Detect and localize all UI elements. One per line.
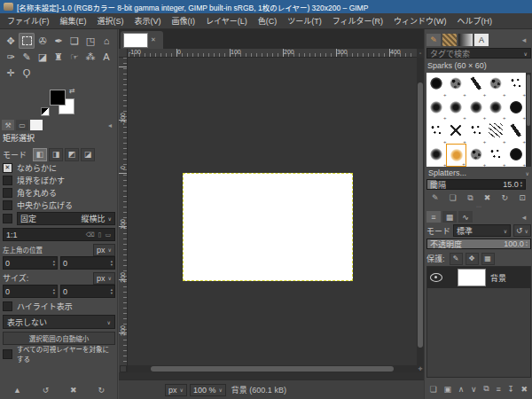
- rectangle-select-tool[interactable]: [19, 33, 35, 49]
- layer-thumbnail[interactable]: [458, 269, 486, 286]
- merge-layer-icon[interactable]: ≡: [496, 385, 500, 394]
- paths-tool[interactable]: ✒: [51, 33, 66, 49]
- fg-color-icon[interactable]: [30, 120, 43, 130]
- menu-help[interactable]: ヘルプ(H): [452, 13, 498, 28]
- menu-filters[interactable]: フィルター(R): [327, 13, 388, 28]
- lock-position-icon[interactable]: ✥: [466, 253, 479, 265]
- brush-grid-scrollbar[interactable]: [526, 73, 531, 167]
- brush-thumbnail[interactable]: [466, 120, 486, 144]
- channels-icon[interactable]: ▦: [442, 211, 457, 223]
- position-y-spinner[interactable]: 0 ▴▾: [60, 256, 115, 270]
- clear-icon[interactable]: ⌫: [86, 231, 96, 238]
- lower-layer-icon[interactable]: ∨: [471, 385, 477, 394]
- dock-arrow-icon[interactable]: ◂: [517, 211, 531, 223]
- brush-thumbnail[interactable]: [486, 144, 505, 168]
- duplicate-brush-icon[interactable]: ⧉: [467, 193, 473, 203]
- clone-tool[interactable]: ♜: [51, 49, 66, 65]
- horizontal-ruler[interactable]: -1000100200300400: [128, 49, 417, 58]
- brushes-icon[interactable]: ✎: [426, 34, 441, 46]
- brush-thumbnail[interactable]: [426, 97, 446, 121]
- navigation-icon[interactable]: ✛: [417, 365, 424, 372]
- anchor-layer-icon[interactable]: ↧: [507, 385, 514, 394]
- open-brush-as-image-icon[interactable]: ⊡: [519, 193, 526, 202]
- quick-mask-toggle[interactable]: [120, 365, 127, 372]
- guides-dropdown[interactable]: 表示しない ∨: [3, 315, 115, 329]
- dock-resize-handle[interactable]: ⋯: [425, 205, 532, 208]
- refresh-brushes-icon[interactable]: ↻: [502, 193, 509, 202]
- fonts-icon[interactable]: A: [474, 34, 489, 46]
- menu-image[interactable]: 画像(I): [167, 13, 201, 28]
- antialiasing-checkbox[interactable]: ✕: [3, 163, 12, 173]
- sample-merged-checkbox[interactable]: [3, 349, 12, 359]
- brush-thumbnail[interactable]: [486, 97, 505, 121]
- delete-brush-icon[interactable]: ✖: [484, 193, 491, 202]
- patterns-icon[interactable]: [442, 34, 457, 46]
- spacing-slider[interactable]: 間隔 15.0 ▴▾: [426, 179, 526, 190]
- title-bar[interactable]: [名称未設定]-1.0 (RGBカラー 8-bit gamma integer,…: [0, 0, 532, 13]
- mode-replace-icon[interactable]: ◧: [33, 148, 47, 161]
- transform-tool[interactable]: ◳: [82, 33, 98, 49]
- tag-filter-input[interactable]: タグで検索 ∨: [426, 48, 531, 59]
- delete-layer-icon[interactable]: ✖: [521, 385, 528, 394]
- brush-thumbnail[interactable]: [506, 73, 526, 97]
- brush-thumbnail[interactable]: [426, 73, 446, 97]
- brush-list-footer[interactable]: Splatters... ∨: [426, 168, 531, 178]
- rounded-corners-checkbox[interactable]: [3, 188, 12, 198]
- zoom-follow-toggle-icon[interactable]: ▫: [417, 49, 424, 58]
- device-status-icon[interactable]: ▭: [16, 120, 28, 130]
- airbrush-tool[interactable]: ⁂: [82, 49, 98, 65]
- duplicate-layer-icon[interactable]: ⧉: [483, 384, 489, 394]
- pencil-tool[interactable]: ✎: [19, 49, 35, 65]
- mode-group-switch[interactable]: ↺ ∨: [513, 224, 531, 237]
- menu-select[interactable]: 選択(S): [92, 13, 129, 28]
- save-tool-preset-icon[interactable]: ▲: [13, 386, 21, 395]
- brush-thumbnail[interactable]: [506, 97, 526, 121]
- ink-tool[interactable]: ✑: [3, 49, 19, 65]
- tool-options-icon[interactable]: ⚒: [2, 120, 14, 130]
- mode-subtract-icon[interactable]: ◩: [65, 148, 79, 161]
- size-unit-dropdown[interactable]: px ∨: [93, 272, 115, 285]
- canvas-viewport[interactable]: [128, 58, 417, 372]
- new-brush-icon[interactable]: ❏: [450, 193, 457, 202]
- menu-edit[interactable]: 編集(E): [55, 13, 92, 28]
- landscape-icon[interactable]: ▭: [105, 231, 112, 238]
- foreground-color-swatch[interactable]: [50, 90, 66, 106]
- image-tab[interactable]: ✕: [121, 31, 163, 49]
- free-select-tool[interactable]: ✇: [35, 33, 51, 49]
- horizontal-scrollbar[interactable]: [128, 365, 417, 372]
- zoom-dropdown[interactable]: 100 % ∨: [190, 384, 226, 396]
- brush-thumbnail[interactable]: [426, 120, 446, 144]
- mode-intersect-icon[interactable]: ◪: [81, 148, 95, 161]
- smudge-tool[interactable]: ☞: [66, 49, 82, 65]
- default-colors-icon[interactable]: [41, 107, 50, 116]
- size-height-spinner[interactable]: 0 ▴▾: [60, 285, 115, 298]
- brush-thumbnail[interactable]: [446, 144, 466, 168]
- brush-thumbnail[interactable]: [466, 73, 486, 97]
- delete-tool-preset-icon[interactable]: ✖: [70, 386, 77, 395]
- brush-thumbnail[interactable]: [466, 97, 486, 121]
- paths-icon[interactable]: ∿: [458, 211, 473, 223]
- new-layer-group-icon[interactable]: ▣: [444, 385, 452, 394]
- dock-arrow-icon[interactable]: ◂: [517, 34, 531, 46]
- reset-tool-options-icon[interactable]: ↻: [98, 386, 106, 395]
- raise-layer-icon[interactable]: ∧: [458, 385, 465, 394]
- brush-thumbnail[interactable]: [486, 120, 505, 144]
- mode-add-icon[interactable]: ◨: [49, 148, 63, 161]
- warp-transform-tool[interactable]: ⌂: [98, 33, 114, 49]
- position-x-spinner[interactable]: 0 ▴▾: [3, 256, 58, 270]
- edit-brush-icon[interactable]: ✎: [432, 193, 439, 202]
- move-tool[interactable]: ✥: [3, 33, 19, 49]
- gradients-icon[interactable]: [458, 34, 473, 46]
- menu-view[interactable]: 表示(V): [129, 13, 167, 28]
- swap-colors-icon[interactable]: ⇄: [69, 87, 75, 95]
- menu-windows[interactable]: ウィンドウ(W): [388, 13, 452, 28]
- size-width-spinner[interactable]: 0 ▴▾: [3, 285, 58, 298]
- auto-shrink-button[interactable]: 選択範囲の自動縮小: [3, 332, 115, 345]
- restore-tool-preset-icon[interactable]: ↺: [43, 386, 50, 395]
- visibility-eye-icon[interactable]: [430, 273, 442, 282]
- brush-thumbnail[interactable]: [446, 97, 466, 121]
- vertical-scrollbar[interactable]: [417, 58, 424, 372]
- brush-thumbnail[interactable]: [486, 73, 505, 97]
- brush-thumbnail[interactable]: [506, 144, 526, 168]
- dock-arrow-icon[interactable]: ◂: [104, 120, 116, 130]
